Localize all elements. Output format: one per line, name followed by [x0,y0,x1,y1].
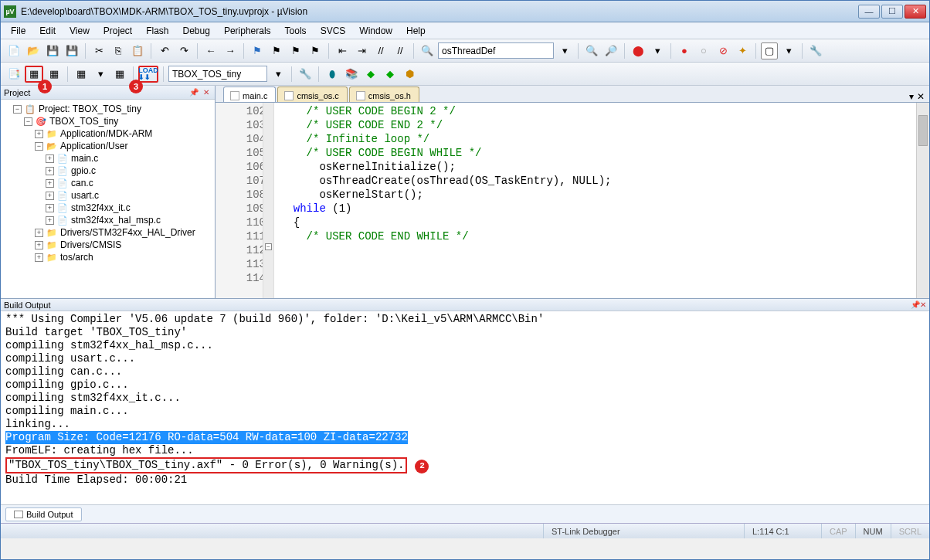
stop-build-icon[interactable]: ▦ [111,66,128,83]
configure-icon[interactable]: 🔧 [807,42,824,59]
fold-icon[interactable]: − [265,243,272,250]
tree-group-cmsis[interactable]: +📁Drivers/CMSIS [2,239,213,251]
editor-tabstrip: main.c cmsis_os.c cmsis_os.h ▾ ✕ [216,86,929,103]
open-file-icon[interactable]: 📂 [25,42,42,59]
menu-view[interactable]: View [64,24,95,38]
status-cap: CAP [821,524,855,538]
save-all-icon[interactable]: 💾 [63,42,80,59]
tree-file[interactable]: +📄gpio.c [2,165,213,177]
editor-pane: main.c cmsis_os.c cmsis_os.h ▾ ✕ − 10210… [216,86,929,298]
cut-icon[interactable]: ✂ [90,42,107,59]
menu-file[interactable]: File [5,24,31,38]
download-button[interactable]: LOAD⬇⬇ [138,66,158,83]
menu-edit[interactable]: Edit [34,24,61,38]
translate-icon[interactable]: 📑 [5,66,22,83]
project-pane-title: Project 📌 ✕ [1,86,215,100]
breakpoint-kill-icon[interactable]: ✦ [734,42,751,59]
tree-group-mdkarm[interactable]: +📁Application/MDK-ARM [2,127,213,140]
target-options-icon[interactable]: 🔧 [297,66,314,83]
batch-build-dd-icon[interactable]: ▾ [92,66,109,83]
find-icon[interactable]: 🔍 [419,42,436,59]
bookmark-next-icon[interactable]: ⚑ [287,42,304,59]
project-tree[interactable]: −📋Project: TBOX_TOS_tiny −🎯TBOX_TOS_tiny… [1,100,215,298]
menu-project[interactable]: Project [98,24,137,38]
pack-installer-icon[interactable]: ⬢ [401,66,418,83]
menu-tools[interactable]: Tools [280,24,312,38]
menu-svcs[interactable]: SVCS [315,24,351,38]
redo-icon[interactable]: ↷ [175,42,192,59]
pane-close-icon[interactable]: ✕ [201,87,212,98]
save-icon[interactable]: 💾 [44,42,61,59]
tree-file[interactable]: +📄can.c [2,177,213,189]
pane-close-icon[interactable]: ✕ [920,300,926,309]
tab-dropdown-icon[interactable]: ▾ [909,91,914,102]
build-button[interactable]: ▦ [25,66,43,83]
find-in-files-icon[interactable]: 🔍 [583,42,600,59]
maximize-button[interactable]: ☐ [881,5,903,19]
undo-icon[interactable]: ↶ [156,42,173,59]
incremental-find-icon[interactable]: 🔎 [602,42,619,59]
pane-pin-icon[interactable]: 📌 [188,87,199,98]
menu-window[interactable]: Window [354,24,398,38]
file-icon [230,91,239,100]
tree-group-user[interactable]: −📂Application/User [2,140,213,152]
status-bar: ST-Link Debugger L:114 C:1 CAP NUM SCRL [1,523,929,538]
window-layout-icon[interactable]: ▢ [761,42,778,59]
tree-file[interactable]: +📄stm32f4xx_it.c [2,202,213,214]
menu-debug[interactable]: Debug [178,24,216,38]
debug-config-dd-icon[interactable]: ▾ [649,42,666,59]
indent-right-icon[interactable]: ⇥ [353,42,370,59]
tab-close-icon[interactable]: ✕ [917,91,925,102]
build-output-title: Build Output 📌 ✕ [1,299,929,311]
code-editor[interactable]: /* USER CODE BEGIN 2 */ /* USER CODE END… [274,103,916,298]
editor-tab-cmsis-c[interactable]: cmsis_os.c [277,87,347,102]
editor-tab-cmsis-h[interactable]: cmsis_os.h [349,87,419,102]
breakpoint-disable-icon[interactable]: ⊘ [714,42,731,59]
comment-icon[interactable]: // [372,42,389,59]
editor-tab-main[interactable]: main.c [223,87,276,102]
tree-group-hal[interactable]: +📁Drivers/STM32F4xx_HAL_Driver [2,226,213,239]
bottom-tab-build[interactable]: Build Output [5,507,82,521]
window-layout-dd-icon[interactable]: ▾ [780,42,797,59]
target-dd-icon[interactable]: ▾ [270,66,287,83]
tree-file[interactable]: +📄stm32f4xx_hal_msp.c [2,214,213,226]
new-file-icon[interactable]: 📄 [5,42,22,59]
debug-config-icon[interactable]: ⬤ [630,42,647,59]
manage-books-icon[interactable]: 📚 [343,66,360,83]
file-icon [356,91,365,100]
nav-back-icon[interactable]: ← [202,42,219,59]
build-toolbar: 📑 ▦ ▦ ▦ ▾ ▦ LOAD⬇⬇ ▾ 🔧 ⬮ 📚 ◆ ◆ ⬢ 1 3 [1,63,929,86]
tree-file[interactable]: +📄main.c [2,152,213,165]
uncomment-icon[interactable]: // [392,42,409,59]
status-cursor-pos: L:114 C:1 [744,524,821,538]
build-output-text[interactable]: *** Using Compiler 'V5.06 update 7 (buil… [1,311,929,504]
indent-left-icon[interactable]: ⇤ [334,42,351,59]
menu-flash[interactable]: Flash [141,24,174,38]
breakpoint-enable-icon[interactable]: ○ [695,42,712,59]
bookmark-clear-icon[interactable]: ⚑ [307,42,324,59]
minimize-button[interactable]: ― [858,5,880,19]
manage-rtos-icon[interactable]: ◆ [362,66,379,83]
app-icon: µV [4,5,16,18]
menu-help[interactable]: Help [401,24,431,38]
select-pack-icon[interactable]: ◆ [382,66,399,83]
menu-peripherals[interactable]: Peripherals [219,24,277,38]
bookmark-icon[interactable]: ⚑ [249,42,266,59]
find-dropdown-icon[interactable]: ▾ [556,42,573,59]
tree-root[interactable]: −📋Project: TBOX_TOS_tiny [2,103,213,115]
file-ext-icon[interactable]: ⬮ [324,66,341,83]
find-combo[interactable] [438,42,554,59]
editor-scrollbar[interactable] [916,103,929,298]
tree-file[interactable]: +📄usart.c [2,189,213,202]
tree-target[interactable]: −🎯TBOX_TOS_tiny [2,115,213,127]
target-combo[interactable] [168,66,267,82]
close-button[interactable]: ✕ [905,5,926,19]
nav-fwd-icon[interactable]: → [222,42,239,59]
paste-icon[interactable]: 📋 [129,42,146,59]
bookmark-prev-icon[interactable]: ⚑ [268,42,285,59]
pane-pin-icon[interactable]: 📌 [911,300,920,309]
copy-icon[interactable]: ⎘ [110,42,127,59]
tree-group-tos[interactable]: +📁tos/arch [2,251,213,263]
breakpoint-insert-icon[interactable]: ● [676,42,693,59]
batch-build-icon[interactable]: ▦ [73,66,90,83]
